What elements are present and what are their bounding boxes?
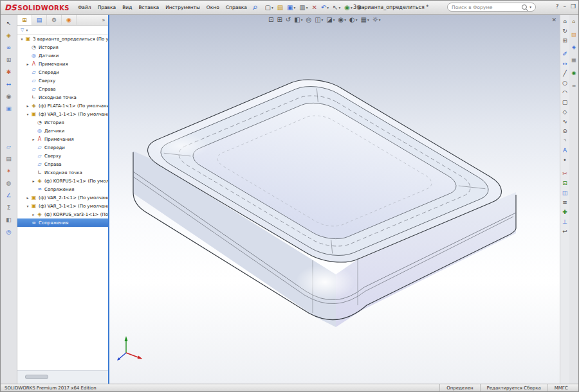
search-icon[interactable] <box>522 4 527 10</box>
menu-window[interactable]: Окно <box>203 3 223 12</box>
tree-item[interactable]: ▱Сверху <box>17 76 108 85</box>
tab-display-manager[interactable]: ◉ <box>62 15 77 25</box>
delete-button[interactable]: ✕ <box>311 3 318 13</box>
tab-features[interactable]: ⊞ <box>17 15 32 25</box>
tree-item[interactable]: ▱Справа <box>17 85 108 93</box>
taskpane-view-palette-button[interactable]: ▦ <box>569 56 579 65</box>
exit-sketch-button[interactable]: ↩ <box>560 227 570 236</box>
display-style-button[interactable]: ◪▾ <box>326 16 335 24</box>
smart-fasteners-button[interactable]: ✱ <box>4 67 14 76</box>
tab-configurations[interactable]: ⚙ <box>47 15 62 25</box>
restore-button[interactable]: ❐ <box>571 3 576 10</box>
taskpane-resources-button[interactable]: ⌂ <box>569 17 579 26</box>
forum-search[interactable]: Поиск в Форуме ▾ <box>447 3 536 12</box>
chevron-collapsed-icon[interactable]: ▸ <box>25 62 30 66</box>
help-button[interactable]: ? <box>556 3 559 10</box>
caret-down-icon[interactable]: ▾ <box>529 5 531 9</box>
menu-help[interactable]: Справка <box>223 3 250 12</box>
convert-entities-button[interactable]: ⊡ <box>560 179 570 188</box>
zoom-fit-button[interactable]: ⊡ <box>268 16 274 24</box>
previous-view-button[interactable]: ↺ <box>285 16 291 24</box>
chevron-collapsed-icon[interactable]: ▸ <box>31 212 36 217</box>
taskpane-file-explorer-button[interactable]: ◈ <box>569 43 579 52</box>
sensor-tool-button[interactable]: ◎ <box>4 227 14 236</box>
fillet-sketch-button[interactable]: ◝ <box>560 137 570 145</box>
offset-entities-button[interactable]: ≡ <box>560 199 570 207</box>
tree-item[interactable]: ∞Сопряжения <box>17 218 108 227</box>
view-orientation-button[interactable]: ◫▾ <box>314 16 324 24</box>
dynamic-annotation-button[interactable]: ◎ <box>305 16 312 24</box>
polygon-button[interactable]: ◇ <box>560 108 570 116</box>
tree-item[interactable]: ◎Датчики <box>17 127 108 135</box>
model-3d[interactable] <box>109 15 561 385</box>
open-document-button[interactable]: ▤ <box>276 3 284 13</box>
status-units[interactable]: ММГС <box>547 384 574 391</box>
trim-button[interactable]: ✂ <box>560 170 570 178</box>
tree-item[interactable]: ▱Сверху <box>17 152 108 160</box>
tree-item[interactable]: ▸◈(ф) KORPUS-1<1> (По умолчан <box>17 177 108 185</box>
rebuild-button[interactable]: ◉▾ <box>343 3 354 13</box>
taskpane-custom-properties-button[interactable]: ≡ <box>569 82 579 91</box>
pin-menu-icon[interactable]: ⚲ <box>251 4 259 12</box>
hide-show-items-button[interactable]: ◉▾ <box>338 16 347 24</box>
menu-view[interactable]: Вид <box>119 3 135 12</box>
chevron-expanded-icon[interactable]: ▾ <box>25 112 30 116</box>
tree-filter[interactable]: ▽ ▾ <box>17 26 108 35</box>
tree-item[interactable]: ▱Спереди <box>17 68 108 76</box>
tab-property-manager[interactable]: ▤ <box>32 15 47 25</box>
mass-properties-button[interactable]: Σ <box>4 203 14 212</box>
assembly-features-button[interactable]: ▣ <box>4 104 14 113</box>
viewport-close-icon[interactable]: ✕ <box>551 17 556 23</box>
section-properties-button[interactable]: ◧ <box>4 215 14 224</box>
exploded-view-button[interactable]: ✶ <box>4 166 14 175</box>
tree-item[interactable]: ∟Исходная точка <box>17 168 108 177</box>
section-view-button[interactable]: ◧▾ <box>293 16 303 24</box>
tree-item[interactable]: ▸◈(ф) PLATA-1<1> (По умолчанию<Г <box>17 102 108 110</box>
taskpane-design-library-button[interactable]: ▤ <box>569 30 579 39</box>
minimize-button[interactable]: – <box>563 3 566 10</box>
menu-file[interactable]: Файл <box>75 3 95 12</box>
measure-button[interactable]: ∠ <box>4 191 14 200</box>
menu-edit[interactable]: Правка <box>95 3 120 12</box>
select-tool-button[interactable]: ↖ <box>4 19 14 28</box>
select-button[interactable]: ↖▾ <box>331 3 342 13</box>
mirror-entities-button[interactable]: ◫ <box>560 189 570 197</box>
tabs-overflow-button[interactable]: » <box>99 15 108 25</box>
insert-component-button[interactable]: ◈ <box>4 31 14 40</box>
chevron-collapsed-icon[interactable]: ▸ <box>31 137 36 141</box>
panel-splitter[interactable] <box>108 15 109 384</box>
tree-item[interactable]: ▱Спереди <box>17 143 108 152</box>
tree-item[interactable]: ▸▣(ф) VAR_2-1<1> (По умолчанию<П <box>17 193 108 202</box>
show-hidden-components-button[interactable]: ◉ <box>4 92 14 101</box>
edit-appearance-button[interactable]: ◐▾ <box>349 16 358 24</box>
undo-button[interactable]: ↶▾ <box>320 3 330 13</box>
rectangle-button[interactable]: ▢ <box>560 98 570 107</box>
menu-tools[interactable]: Инструменты <box>162 3 203 12</box>
mate-button[interactable]: ∞ <box>4 43 14 52</box>
tree-item[interactable]: ◔История <box>17 118 108 127</box>
interference-check-button[interactable]: ◍ <box>4 179 14 188</box>
add-relation-button[interactable]: ⊥ <box>560 218 570 226</box>
chevron-expanded-icon[interactable]: ▾ <box>25 204 30 208</box>
ellipse-button[interactable]: ⊙ <box>560 127 570 136</box>
tree-item[interactable]: ▸◈(ф) KORPUS_var3-1<1> (По умо <box>17 210 108 218</box>
tree-item[interactable]: ▾▣(ф) VAR_1-1<1> (По умолчанию<П <box>17 110 108 118</box>
save-button[interactable]: ▣▾ <box>286 3 297 13</box>
apply-scene-button[interactable]: ▦▾ <box>360 16 370 24</box>
graphics-area[interactable]: ⊡⊞↺◧▾◎◫▾◪▾◉▾◐▾▦▾☼▾ ✕ <box>109 15 561 385</box>
tree-item[interactable]: ▾▣3 варианта_определиться (По умолчан <box>17 35 108 43</box>
tree-item[interactable]: ∟Исходная точка <box>17 93 108 102</box>
tree-item[interactable]: ◎Датчики <box>17 51 108 60</box>
panel-resize-handle[interactable] <box>25 375 48 379</box>
taskpane-appearances-button[interactable]: ◉ <box>569 69 579 78</box>
tree-item[interactable]: ▾▣(ф) VAR_3-1<1> (По умолчанию<П <box>17 202 108 210</box>
tree-item[interactable]: ▸AПримечания <box>17 135 108 143</box>
new-document-button[interactable]: ▢▾ <box>263 3 274 13</box>
tree-item[interactable]: ▱Справа <box>17 160 108 168</box>
move-entities-button[interactable]: ✚ <box>560 208 570 217</box>
chevron-expanded-icon[interactable]: ▾ <box>19 37 24 41</box>
text-tool-button[interactable]: A <box>560 147 570 155</box>
chevron-collapsed-icon[interactable]: ▸ <box>25 195 30 200</box>
print-button[interactable]: ▥▾ <box>298 3 309 13</box>
view-settings-button[interactable]: ☼▾ <box>372 16 381 24</box>
